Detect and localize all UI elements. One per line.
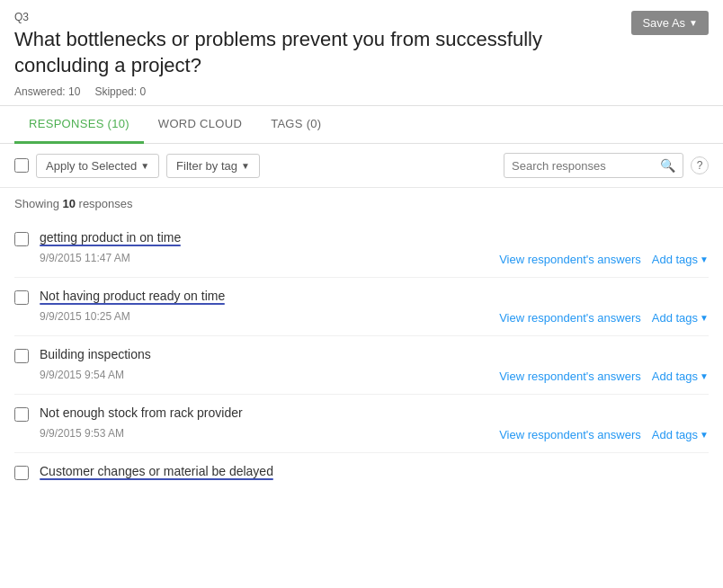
- save-as-button[interactable]: Save As ▼: [631, 11, 709, 35]
- filter-by-tag-button[interactable]: Filter by tag ▼: [166, 154, 260, 178]
- response-content-5: Customer changes or material be delayed: [40, 464, 709, 481]
- add-tags-button-2[interactable]: Add tags ▼: [652, 311, 709, 325]
- table-row: Building inspections 9/9/2015 9:54 AM Vi…: [14, 336, 709, 395]
- response-text-5: Customer changes or material be delayed: [40, 464, 273, 478]
- tab-word-cloud[interactable]: WORD CLOUD: [144, 106, 256, 144]
- showing-count: 10: [62, 197, 75, 210]
- add-tags-button-1[interactable]: Add tags ▼: [652, 253, 709, 266]
- response-content-1: getting product in on time 9/9/2015 11:4…: [40, 230, 709, 266]
- response-meta-1: 9/9/2015 11:47 AM View respondent's answ…: [40, 249, 709, 266]
- response-content-2: Not having product ready on time 9/9/201…: [40, 289, 709, 325]
- response-actions-4: View respondent's answers Add tags ▼: [499, 428, 709, 441]
- add-tags-chevron-icon-3: ▼: [700, 371, 709, 381]
- response-time-1: 9/9/2015 11:47 AM: [40, 252, 130, 264]
- add-tags-chevron-icon-4: ▼: [700, 430, 709, 440]
- filter-label: Filter by tag: [176, 159, 237, 173]
- help-icon[interactable]: ?: [691, 156, 709, 174]
- view-respondent-link-4[interactable]: View respondent's answers: [499, 428, 641, 441]
- response-text-2: Not having product ready on time: [40, 289, 225, 303]
- page-header: Q3 What bottlenecks or problems prevent …: [0, 0, 723, 106]
- view-respondent-link-1[interactable]: View respondent's answers: [499, 253, 641, 266]
- response-content-4: Not enough stock from rack provider 9/9/…: [40, 405, 709, 441]
- response-meta-4: 9/9/2015 9:53 AM View respondent's answe…: [40, 424, 709, 441]
- toolbar: Apply to Selected ▼ Filter by tag ▼ 🔍 ?: [0, 144, 723, 188]
- tabs-bar: RESPONSES (10) WORD CLOUD TAGS (0): [0, 106, 723, 144]
- response-checkbox-1[interactable]: [14, 232, 29, 246]
- showing-suffix: responses: [76, 197, 133, 210]
- responses-list: getting product in on time 9/9/2015 11:4…: [0, 219, 723, 492]
- response-text-4: Not enough stock from rack provider: [40, 405, 243, 420]
- showing-prefix: Showing: [14, 197, 62, 210]
- response-time-4: 9/9/2015 9:53 AM: [40, 427, 124, 440]
- response-meta-3: 9/9/2015 9:54 AM View respondent's answe…: [40, 366, 709, 383]
- add-tags-chevron-icon-2: ▼: [700, 313, 709, 323]
- search-input[interactable]: [512, 159, 655, 173]
- apply-chevron-icon: ▼: [140, 161, 149, 171]
- table-row: Not enough stock from rack provider 9/9/…: [14, 395, 709, 453]
- table-row: getting product in on time 9/9/2015 11:4…: [14, 219, 709, 278]
- response-actions-2: View respondent's answers Add tags ▼: [499, 311, 709, 325]
- table-row: Not having product ready on time 9/9/201…: [14, 278, 709, 336]
- response-time-3: 9/9/2015 9:54 AM: [40, 369, 124, 381]
- chevron-down-icon: ▼: [689, 18, 698, 28]
- stats-row: Answered: 10 Skipped: 0: [14, 85, 709, 98]
- response-text-1: getting product in on time: [40, 230, 181, 245]
- response-checkbox-5[interactable]: [14, 466, 29, 480]
- answered-stat: Answered: 10: [14, 85, 80, 98]
- filter-chevron-icon: ▼: [241, 161, 250, 171]
- select-all-checkbox[interactable]: [14, 158, 29, 173]
- tab-tags[interactable]: TAGS (0): [256, 106, 335, 144]
- view-respondent-link-2[interactable]: View respondent's answers: [499, 311, 641, 325]
- response-time-2: 9/9/2015 10:25 AM: [40, 310, 130, 323]
- response-checkbox-2[interactable]: [14, 290, 29, 305]
- apply-label: Apply to Selected: [46, 159, 137, 173]
- add-tags-chevron-icon-1: ▼: [700, 254, 709, 264]
- add-tags-button-4[interactable]: Add tags ▼: [652, 428, 709, 441]
- table-row: Customer changes or material be delayed: [14, 453, 709, 492]
- save-as-label: Save As: [642, 16, 685, 30]
- response-content-3: Building inspections 9/9/2015 9:54 AM Vi…: [40, 347, 709, 383]
- question-title: What bottlenecks or problems prevent you…: [14, 27, 631, 78]
- showing-text: Showing 10 responses: [0, 188, 723, 219]
- apply-to-selected-button[interactable]: Apply to Selected ▼: [36, 154, 159, 178]
- skipped-stat: Skipped: 0: [94, 85, 146, 98]
- search-icon: 🔍: [660, 158, 675, 173]
- add-tags-button-3[interactable]: Add tags ▼: [652, 370, 709, 383]
- question-id: Q3: [14, 11, 631, 23]
- response-text-3: Building inspections: [40, 347, 151, 361]
- search-box[interactable]: 🔍: [504, 153, 683, 178]
- response-actions-3: View respondent's answers Add tags ▼: [499, 370, 709, 383]
- response-checkbox-4[interactable]: [14, 407, 29, 422]
- view-respondent-link-3[interactable]: View respondent's answers: [499, 370, 641, 383]
- response-checkbox-3[interactable]: [14, 349, 29, 363]
- tab-responses[interactable]: RESPONSES (10): [14, 106, 144, 144]
- response-meta-2: 9/9/2015 10:25 AM View respondent's answ…: [40, 307, 709, 325]
- response-actions-1: View respondent's answers Add tags ▼: [499, 253, 709, 266]
